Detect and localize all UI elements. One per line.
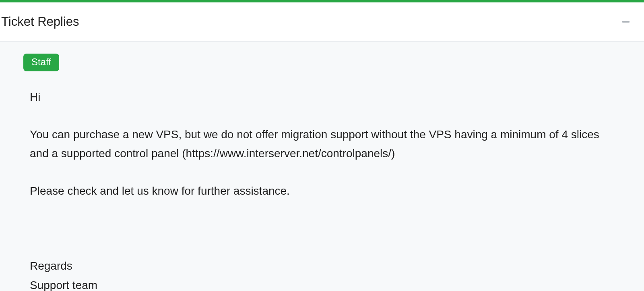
staff-badge: Staff: [23, 54, 59, 71]
reply-followup: Please check and let us know for further…: [30, 181, 621, 200]
collapse-icon[interactable]: [622, 21, 630, 23]
panel-body: Staff Hi You can purchase a new VPS, but…: [0, 42, 644, 291]
reply-message: Hi You can purchase a new VPS, but we do…: [23, 87, 621, 291]
reply-signoff: Regards: [30, 256, 621, 276]
panel-title: Ticket Replies: [1, 15, 79, 29]
reply-body: You can purchase a new VPS, but we do no…: [30, 125, 621, 163]
reply-greeting: Hi: [30, 87, 621, 106]
reply-team: Support team: [30, 276, 621, 291]
reply-signature: Regards Support team: [30, 256, 621, 291]
reply-blank: [30, 219, 621, 238]
ticket-replies-panel: Ticket Replies Staff Hi You can purchase…: [0, 2, 644, 291]
panel-header: Ticket Replies: [0, 2, 644, 42]
